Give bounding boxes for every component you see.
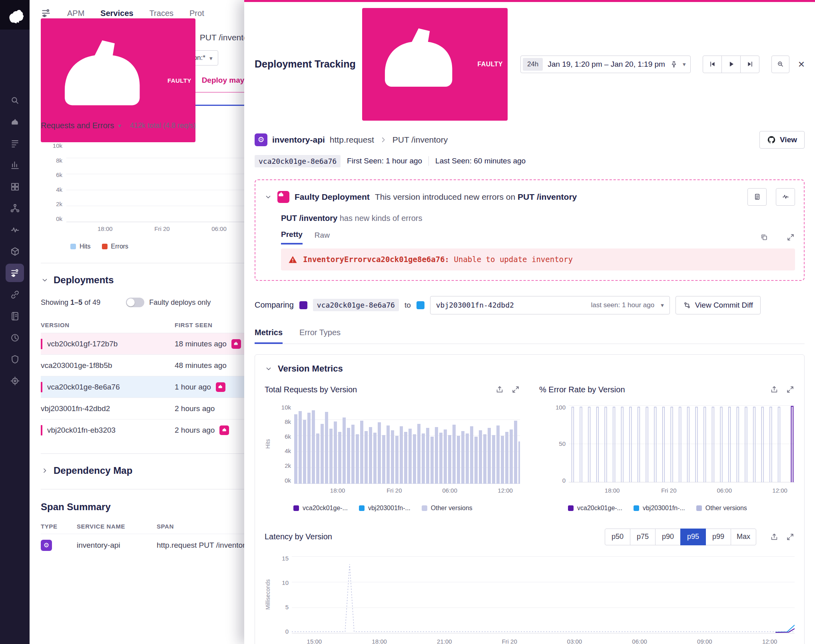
- tab-pretty[interactable]: Pretty: [281, 230, 303, 244]
- x-tick: 12:00: [772, 487, 787, 494]
- toggle-knob: [127, 298, 135, 306]
- faulty-only-toggle[interactable]: [126, 298, 144, 307]
- security-icon[interactable]: [6, 350, 24, 368]
- last-seen: Last Seen: 60 minutes ago: [435, 157, 526, 165]
- compare-version-dropdown[interactable]: vbj203001fn-42dbd2 last seen: 1 hour ago…: [430, 296, 670, 314]
- percentile-p50-button[interactable]: p50: [605, 529, 630, 545]
- x-tick: 06:00: [211, 225, 227, 232]
- related-data-button[interactable]: [776, 188, 795, 206]
- faulty-deployment-callout: Faulty Deployment This version introduce…: [255, 179, 805, 281]
- monitors-icon[interactable]: [6, 328, 24, 347]
- legend-item[interactable]: vca20ck01ge-...: [293, 505, 348, 512]
- tab-metrics[interactable]: Metrics: [255, 328, 283, 344]
- deployments-icon[interactable]: [6, 264, 24, 282]
- x-tick: 18:00: [330, 487, 345, 494]
- view-logs-button[interactable]: [747, 188, 767, 206]
- view-on-github-button[interactable]: View: [759, 131, 805, 149]
- version-bar: [479, 430, 482, 484]
- first-seen-label: 18 minutes ago: [175, 340, 227, 348]
- latency-chart: Milliseconds 151050: [265, 555, 795, 635]
- export-icon[interactable]: [770, 533, 779, 541]
- version-bar: [303, 420, 306, 484]
- version-cell: vbj203001fn-42dbd2: [41, 404, 175, 413]
- links-icon[interactable]: [6, 285, 24, 304]
- y-tick: 10: [282, 579, 289, 586]
- latency-chart-header: Latency by Version p50p75p90p95p99Max: [265, 529, 795, 545]
- legend-item[interactable]: vbj203001fn-...: [634, 505, 685, 512]
- zoom-out-button[interactable]: [771, 56, 789, 73]
- line-chart-plot: [569, 404, 795, 484]
- faulty-flag: [41, 382, 42, 392]
- legend-item[interactable]: vbj203001fn-...: [359, 505, 410, 512]
- version-bar: [496, 425, 500, 484]
- percentile-max-button[interactable]: Max: [731, 529, 756, 545]
- legend-item[interactable]: vca20ck01ge-...: [568, 505, 622, 512]
- deployment-row[interactable]: vbj20ck01fn-eb32032 hours ago: [41, 419, 265, 441]
- version-bar: [356, 434, 359, 484]
- copy-icon[interactable]: [760, 233, 769, 242]
- expand-icon[interactable]: [786, 533, 795, 541]
- deployment-row[interactable]: vbj203001fn-42dbd22 hours ago: [41, 398, 265, 419]
- expand-icon[interactable]: [786, 233, 795, 242]
- version-bar: [387, 425, 390, 484]
- legend-item[interactable]: Hits: [70, 243, 91, 250]
- deployment-row[interactable]: vca203001ge-1f8b5b48 minutes ago: [41, 354, 265, 376]
- x-axis-labels: 18:00Fri 2006:0012:00: [568, 487, 795, 496]
- tab-raw[interactable]: Raw: [315, 231, 330, 244]
- scrub-back-button[interactable]: [703, 56, 722, 73]
- version-label: vca203001ge-1f8b5b: [41, 361, 112, 370]
- caret-down-icon: ▾: [661, 302, 664, 308]
- datadog-logo[interactable]: [0, 0, 30, 30]
- percentile-p99-button[interactable]: p99: [705, 529, 731, 545]
- bitsdog-icon[interactable]: [6, 113, 24, 131]
- chart-type-dropdown[interactable]: Requests and Errors▾: [41, 121, 121, 130]
- close-panel-button[interactable]: ×: [798, 59, 805, 70]
- legend-swatch: [696, 505, 702, 511]
- chevron-down-icon[interactable]: [264, 193, 272, 201]
- settings-icon[interactable]: [6, 372, 24, 390]
- export-icon[interactable]: [770, 385, 779, 394]
- x-tick: Fri 20: [661, 487, 676, 494]
- legend-item[interactable]: Other versions: [696, 505, 747, 512]
- view-commit-diff-button[interactable]: View Commit Diff: [676, 296, 761, 314]
- notebooks-icon[interactable]: [6, 307, 24, 325]
- panel-tabs: Metrics Error Types: [255, 328, 805, 344]
- expand-icon[interactable]: [511, 385, 520, 394]
- x-tick: 06:00: [632, 638, 647, 644]
- tab-error-types[interactable]: Error Types: [299, 328, 341, 344]
- apm-product-icon[interactable]: [41, 8, 51, 18]
- servicemap-icon[interactable]: [6, 199, 24, 217]
- hosts-icon[interactable]: [6, 177, 24, 196]
- export-icon[interactable]: [495, 385, 504, 394]
- percentile-p75-button[interactable]: p75: [630, 529, 656, 545]
- endpoint-name[interactable]: PUT /inventory: [393, 135, 448, 145]
- x-tick: 09:00: [697, 638, 712, 644]
- version-bar: [510, 429, 513, 484]
- scrub-forward-button[interactable]: [740, 56, 759, 73]
- deployment-row[interactable]: vcb20ck01gf-172b7b18 minutes ago: [41, 333, 265, 354]
- expand-icon[interactable]: [786, 385, 795, 394]
- version-bar: [312, 410, 315, 484]
- logs-icon[interactable]: [6, 134, 24, 153]
- percentile-p90-button[interactable]: p90: [655, 529, 681, 545]
- toggle-label: Faulty deploys only: [149, 298, 211, 307]
- y-tick: 50: [559, 440, 566, 447]
- metrics-icon[interactable]: [6, 156, 24, 174]
- faulty-deployment-icon: [277, 191, 289, 203]
- search-icon[interactable]: [6, 91, 24, 109]
- legend-item[interactable]: Errors: [102, 243, 129, 250]
- play-button[interactable]: [721, 56, 741, 73]
- time-range-picker[interactable]: 24h Jan 19, 1:20 pm – Jan 20, 1:19 pm ▾: [520, 56, 691, 73]
- containers-icon[interactable]: [6, 242, 24, 260]
- legend-item[interactable]: Other versions: [422, 505, 472, 512]
- legend-label: Other versions: [705, 505, 747, 512]
- service-name[interactable]: inventory-api: [272, 135, 325, 145]
- deployment-row[interactable]: vca20ck01ge-8e6a761 hour ago: [41, 376, 265, 398]
- version-label: vca20ck01ge-8e6a76: [47, 383, 120, 392]
- pin-icon[interactable]: [670, 60, 678, 68]
- version-bar: [505, 432, 508, 484]
- version-metrics-header[interactable]: Version Metrics: [265, 364, 795, 374]
- watchdog-icon[interactable]: [6, 221, 24, 239]
- from-version-chip: vca20ck01ge-8e6a76: [313, 299, 399, 311]
- percentile-p95-button[interactable]: p95: [680, 529, 706, 545]
